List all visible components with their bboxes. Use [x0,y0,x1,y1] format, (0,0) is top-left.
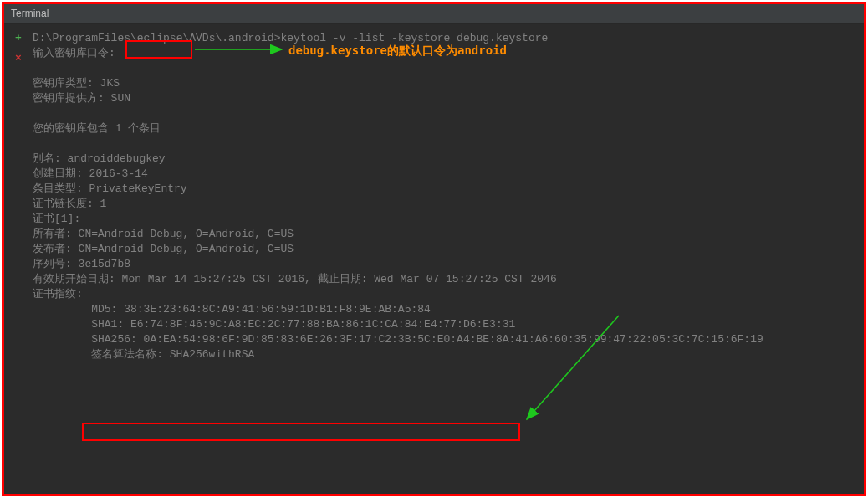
valid-period-line: 有效期开始日期: Mon Mar 14 15:27:25 CST 2016, 截… [33,272,864,287]
chain-length-line: 证书链长度: 1 [33,197,864,212]
sha1-line: SHA1: E6:74:8F:46:9C:A8:EC:2C:77:88:BA:8… [33,317,864,332]
alias-line: 别名: androiddebugkey [33,151,864,167]
created-date-line: 创建日期: 2016-3-14 [33,167,864,182]
entry-type-line: 条目类型: PrivateKeyEntry [33,182,864,197]
blank-line [33,136,864,151]
keystore-provider-line: 密钥库提供方: SUN [33,91,864,106]
terminal-title: Terminal [11,8,49,19]
terminal-title-bar: Terminal [4,4,864,24]
terminal-window: Terminal + × D:\ProgramFiles\eclipse\AVD… [2,2,866,496]
owner-line: 所有者: CN=Android Debug, O=Android, C=US [33,227,864,242]
serial-line: 序列号: 3e15d7b8 [33,257,864,272]
annotation-text: debug.keystore的默认口令为android [288,43,507,58]
terminal-gutter: + × [11,31,26,66]
keystore-count-line: 您的密钥库包含 1 个条目 [33,121,864,136]
new-session-icon[interactable]: + [11,31,26,46]
md5-line: MD5: 38:3E:23:64:8C:A9:41:56:59:1D:B1:F8… [33,302,864,317]
issuer-line: 发布者: CN=Android Debug, O=Android, C=US [33,242,864,257]
cert-header-line: 证书[1]: [33,212,864,227]
sigalg-line: 签名算法名称: SHA256withRSA [33,347,864,362]
close-session-icon[interactable]: × [11,51,26,66]
sha256-line: SHA256: 0A:EA:54:98:6F:9D:85:83:6E:26:3F… [33,332,864,347]
blank-line [33,61,864,76]
keystore-type-line: 密钥库类型: JKS [33,76,864,91]
sha1-highlight-box [82,423,520,441]
blank-line [33,106,864,121]
terminal-body[interactable]: + × D:\ProgramFiles\eclipse\AVDs\.androi… [4,24,864,494]
fingerprint-header-line: 证书指纹: [33,287,864,302]
